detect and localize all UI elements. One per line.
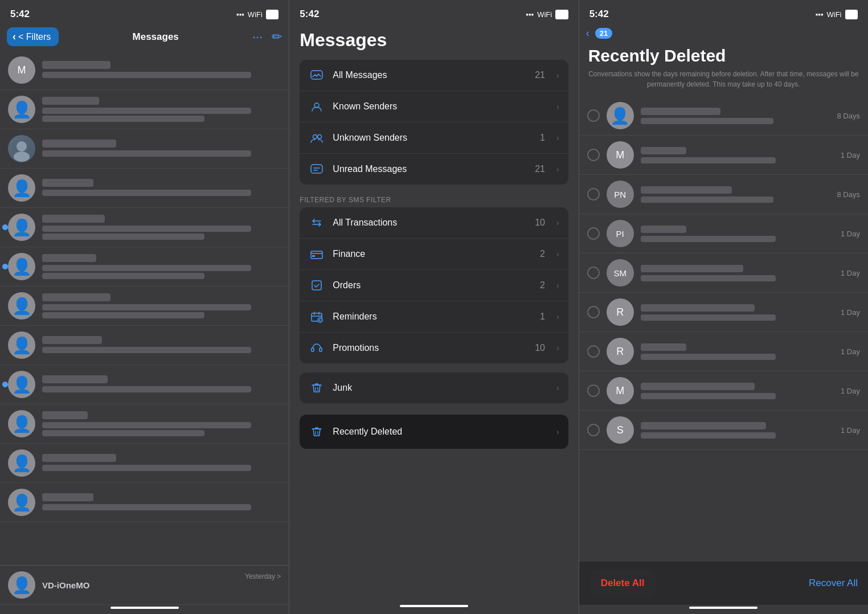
all-messages-item[interactable]: All Messages 21 › <box>300 60 568 91</box>
messages-menu-panel: 5:42 ▪▪▪ WiFi 31 Messages All Messages 2… <box>289 0 578 614</box>
svg-rect-13 <box>320 348 322 351</box>
recently-deleted-button[interactable]: Recently Deleted › <box>300 415 568 449</box>
message-list: M 👤 👤 <box>0 51 289 565</box>
list-item[interactable]: S 1 Day <box>579 411 868 450</box>
days-badge: 1 Day <box>841 269 860 277</box>
msg-preview <box>42 465 251 471</box>
msg-name <box>42 411 88 419</box>
recently-deleted-subtitle: Conversations show the days remaining be… <box>579 69 868 96</box>
msg-content <box>42 336 274 355</box>
all-messages-icon <box>309 67 325 83</box>
unread-dot <box>2 264 8 269</box>
list-item[interactable] <box>0 129 289 169</box>
select-circle[interactable] <box>587 149 600 161</box>
finance-item[interactable]: Finance 2 › <box>300 239 568 270</box>
unread-messages-item[interactable]: Unread Messages 21 › <box>300 154 568 185</box>
days-badge: 1 Day <box>841 426 860 435</box>
home-indicator-2 <box>400 605 468 607</box>
list-item[interactable]: M 1 Day <box>579 371 868 411</box>
reminders-item[interactable]: Reminders 1 › <box>300 301 568 333</box>
count-badge: 21 <box>595 28 612 39</box>
all-transactions-label: All Transactions <box>333 218 527 228</box>
recover-all-button[interactable]: Recover All <box>809 578 858 589</box>
finance-badge: 2 <box>540 249 545 259</box>
list-item[interactable]: 👤 <box>0 247 289 286</box>
known-senders-item[interactable]: Known Senders › <box>300 91 568 122</box>
status-bar-3: 5:42 ▪▪▪ WiFi 31 <box>579 0 868 25</box>
signal-icon: ▪▪▪ <box>236 10 244 19</box>
all-transactions-item[interactable]: All Transactions 10 › <box>300 207 568 239</box>
compose-dots-icon[interactable]: ··· <box>252 30 263 44</box>
promotions-item[interactable]: Promotions 10 › <box>300 333 568 363</box>
list-item[interactable]: 👤 <box>0 169 289 208</box>
junk-item[interactable]: Junk › <box>300 373 568 403</box>
select-circle[interactable] <box>587 267 600 279</box>
msg-content <box>42 179 274 198</box>
vd-time: Yesterday > <box>245 571 281 580</box>
select-circle[interactable] <box>587 384 600 397</box>
msg-name <box>42 97 99 105</box>
unread-messages-badge: 21 <box>535 164 545 174</box>
time-1: 5:42 <box>10 9 30 20</box>
msg-name <box>42 215 105 223</box>
deleted-content <box>641 422 834 439</box>
reminders-label: Reminders <box>333 312 532 322</box>
deleted-preview <box>641 393 776 399</box>
unread-messages-icon <box>309 161 325 177</box>
unknown-senders-badge: 1 <box>540 133 545 143</box>
list-item[interactable]: 👤 <box>0 483 289 522</box>
filters-button[interactable]: ‹ < Filters <box>7 27 59 46</box>
svg-rect-9 <box>312 281 321 290</box>
list-item[interactable]: PN 8 Days <box>579 175 868 214</box>
compose-icon[interactable]: ✏ <box>272 30 282 44</box>
list-item[interactable]: 👤 <box>0 326 289 365</box>
select-circle[interactable] <box>587 345 600 358</box>
orders-item[interactable]: Orders 2 › <box>300 270 568 301</box>
msg-preview <box>42 265 251 271</box>
list-item[interactable]: PI 1 Day <box>579 214 868 253</box>
select-circle[interactable] <box>587 188 600 200</box>
delete-all-button[interactable]: Delete All <box>589 570 656 597</box>
msg-preview <box>42 304 251 310</box>
deleted-preview <box>641 432 776 439</box>
list-item[interactable]: 👤 <box>0 444 289 483</box>
list-item[interactable]: SM 1 Day <box>579 253 868 293</box>
select-circle[interactable] <box>587 424 600 436</box>
avatar: 👤 <box>8 96 35 123</box>
list-item[interactable]: 👤 <box>0 286 289 326</box>
chevron-icon: › <box>556 343 559 353</box>
bottom-actions: Delete All Recover All <box>579 562 868 605</box>
sms-filter-header: FILTERED BY SMS FILTER <box>289 189 578 207</box>
vd-item[interactable]: 👤 VD-iOneMO Yesterday > <box>0 565 289 605</box>
unread-dot <box>2 224 8 230</box>
all-messages-badge: 21 <box>535 70 545 80</box>
unknown-senders-item[interactable]: Unknown Senders 1 › <box>300 122 568 154</box>
battery-2: 31 <box>555 10 568 19</box>
reminders-icon <box>309 309 325 325</box>
svg-point-11 <box>318 318 322 322</box>
msg-preview <box>42 504 251 510</box>
msg-preview <box>42 347 251 353</box>
status-bar-2: 5:42 ▪▪▪ WiFi 31 <box>289 0 578 25</box>
list-item[interactable]: R 1 Day <box>579 332 868 371</box>
deleted-preview <box>641 354 776 360</box>
back-button-3[interactable]: ‹ <box>586 27 589 39</box>
deleted-preview <box>641 314 776 321</box>
list-item[interactable]: M 1 Day <box>579 136 868 175</box>
select-circle[interactable] <box>587 109 600 122</box>
select-circle[interactable] <box>587 227 600 240</box>
nav-actions-1: ··· ✏ <box>252 30 282 44</box>
list-item[interactable]: M <box>0 51 289 90</box>
time-2: 5:42 <box>300 9 319 20</box>
orders-label: Orders <box>333 280 532 290</box>
list-item[interactable]: 👤 8 Days <box>579 96 868 136</box>
list-item[interactable]: 👤 <box>0 90 289 129</box>
list-item[interactable]: 👤 <box>0 365 289 404</box>
list-item[interactable]: R 1 Day <box>579 293 868 332</box>
select-circle[interactable] <box>587 306 600 318</box>
signal-icon: ▪▪▪ <box>816 10 824 19</box>
chevron-icon: › <box>556 71 559 80</box>
list-item[interactable]: 👤 <box>0 404 289 444</box>
reminders-badge: 1 <box>540 312 545 322</box>
list-item[interactable]: 👤 <box>0 208 289 247</box>
